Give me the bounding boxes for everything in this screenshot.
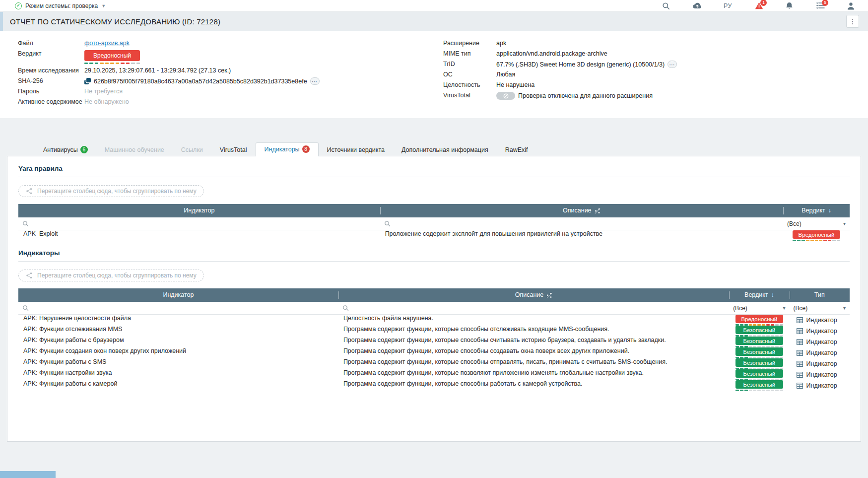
tab-label: Ссылки (181, 146, 203, 153)
file-info-row: ВердиктВредоносный (18, 49, 443, 66)
verdict-badge[interactable]: Вредоносный (84, 50, 140, 61)
yara-group-by-dropzone[interactable]: Перетащите столбец сюда, чтобы сгруппиро… (18, 185, 204, 197)
filter-select-тип[interactable]: (Все)▾ (790, 302, 850, 314)
filter-select-вердикт[interactable]: (Все)▾ (783, 217, 850, 230)
tasks-list-icon[interactable]: 5 (816, 2, 824, 10)
column-header-индикатор[interactable]: Индикатор (18, 288, 338, 302)
row-verdict-badge[interactable]: Безопасный (735, 326, 783, 334)
table-row[interactable]: APK: Функции работы с камеройПрограмма с… (18, 380, 850, 391)
file-info-row: ОСЛюбая (443, 70, 677, 80)
tab-дополнительная-информация[interactable]: Дополнительная информация (393, 143, 497, 156)
tab-count-badge: 8 (302, 145, 310, 153)
row-verdict-badge[interactable]: Безопасный (735, 369, 783, 378)
column-header-label: Вердикт (801, 204, 825, 217)
file-link[interactable]: фото-архив.apk (84, 39, 130, 47)
indicator-type-icon (797, 328, 803, 334)
row-verdict-badge[interactable]: Безопасный (735, 358, 783, 367)
indicator-cell: APK_Exploit (18, 230, 380, 241)
indicator-cell: APK: Функции настройки звука (18, 369, 338, 380)
notifications-bell-icon[interactable] (786, 2, 794, 10)
filter-search-описание[interactable] (380, 217, 783, 230)
system-mode-label: Режим системы: проверка (25, 2, 98, 9)
row-verdict-badge[interactable]: Безопасный (735, 380, 783, 389)
user-profile-icon[interactable] (847, 2, 855, 10)
tab-label: RawExif (505, 146, 528, 153)
tab-индикаторы[interactable]: Индикаторы8 (256, 142, 319, 156)
table-row[interactable]: APK: Функции отслеживания MMSПрограмма с… (18, 326, 850, 337)
page-title: ОТЧЕТ ПО СТАТИЧЕСКОМУ ИССЛЕДОВАНИЮ (ID: … (0, 17, 220, 26)
column-header-label: Вердикт (744, 288, 768, 302)
info-value: Не требуется (84, 87, 123, 95)
column-header-label: Индикатор (184, 204, 214, 217)
alerts-badge: 1 (760, 0, 767, 6)
sort-desc-icon: ↓ (771, 288, 774, 302)
right-info-label: ОС (443, 70, 496, 78)
search-icon (384, 220, 391, 227)
file-info-row: ПарольНе требуется (18, 87, 443, 97)
column-header-индикатор[interactable]: Индикатор (18, 204, 380, 217)
info-value-text: apk (496, 40, 506, 47)
alerts-icon[interactable]: 1 (755, 2, 763, 10)
description-cell: Программа содержит функции, которые спос… (338, 337, 729, 347)
column-header-label: Тип (814, 288, 825, 302)
tab-label: Дополнительная информация (401, 146, 488, 153)
upload-cloud-icon[interactable] (693, 2, 701, 10)
tab-label: VirusTotal (220, 146, 247, 153)
column-header-вердикт[interactable]: Вердикт↓ (783, 204, 850, 217)
copy-icon[interactable] (84, 78, 91, 84)
tab-антивирусы[interactable]: Антивирусы6 (35, 143, 96, 156)
row-verdict-badge[interactable]: Безопасный (735, 337, 783, 345)
search-icon[interactable] (662, 2, 670, 10)
trid-more-button[interactable]: ⋯ (668, 61, 677, 68)
tab-источники-вердикта[interactable]: Источники вердикта (319, 143, 393, 156)
info-value: Не нарушена (496, 80, 534, 88)
filter-search-описание[interactable] (338, 302, 729, 314)
column-header-описание[interactable]: Описание (338, 288, 729, 302)
type-label: Индикатор (806, 360, 837, 367)
row-verdict-badge[interactable]: Безопасный (735, 347, 783, 356)
search-icon (342, 305, 349, 311)
tab-label: Антивирусы (43, 146, 78, 153)
column-header-описание[interactable]: Описание (380, 204, 783, 217)
table-row[interactable]: APK: Функции создания окон поверх других… (18, 347, 850, 358)
info-value-text: 67.7% (.SH3D) Sweet Home 3D design (gene… (496, 61, 665, 68)
column-header-вердикт[interactable]: Вердикт↓ (729, 288, 789, 302)
table-row[interactable]: APK_ExploitПроложение содержит эксплойт … (18, 230, 850, 241)
table-row[interactable]: APK: Функции работы с браузеромПрограмма… (18, 337, 850, 347)
indicators-group-by-dropzone[interactable]: Перетащите столбец сюда, чтобы сгруппиро… (18, 270, 204, 281)
description-cell: Программа содержит функции, которые спос… (338, 326, 729, 337)
description-cell: Программа содержит функции, которые спос… (338, 380, 729, 391)
filter-search-индикатор[interactable] (18, 217, 380, 230)
language-switcher[interactable]: РУ (724, 2, 732, 9)
indicator-cell: APK: Функции работы с браузером (18, 337, 338, 347)
report-menu-button[interactable]: ⋮ (846, 15, 859, 28)
tab-virustotal[interactable]: VirusTotal (211, 143, 256, 156)
info-value: apk (496, 39, 506, 47)
table-row[interactable]: APK: Функции настройки звукаПрограмма со… (18, 369, 850, 380)
file-info-row: TrID67.7% (.SH3D) Sweet Home 3D design (… (443, 60, 677, 70)
top-bar: ✓ Режим системы: проверка ▼ РУ 1 5 (0, 0, 868, 12)
filter-select-вердикт[interactable]: (Все)▾ (729, 302, 789, 314)
hash-more-button[interactable]: ⋯ (310, 77, 320, 85)
table-row[interactable]: APK: Функции работы с SMSПрограмма содер… (18, 358, 850, 369)
table-row[interactable]: APK: Нарушение целостности файлаЦелостно… (18, 315, 850, 326)
column-header-тип[interactable]: Тип (790, 288, 850, 302)
severity-scale (793, 240, 840, 241)
info-value-text: Не нарушена (496, 81, 534, 88)
row-verdict-badge[interactable]: Вредоносный (793, 230, 840, 239)
yara-table: ИндикаторОписаниеВердикт↓(Все)▾APK_Explo… (18, 204, 850, 241)
system-mode-selector[interactable]: ✓ Режим системы: проверка ▼ (15, 2, 106, 9)
group-by-icon (26, 188, 33, 195)
type-cell: Индикатор (790, 337, 850, 347)
tab-rawexif[interactable]: RawExif (497, 143, 536, 156)
filter-search-индикатор[interactable] (18, 302, 338, 314)
row-verdict-badge[interactable]: Вредоносный (735, 315, 783, 323)
right-info-label: VirusTotal (443, 91, 496, 99)
file-info-row: VirusTotalПроверка отключена для данного… (443, 91, 677, 101)
report-tabs: Антивирусы6Машинное обучениеСсылкиVirusT… (35, 142, 536, 156)
table-header-row: ИндикаторОписаниеВердикт↓ (18, 204, 850, 217)
info-value-text: 29.10.2025, 13:29:07.661 - 13:29:34.792 … (84, 67, 231, 74)
type-label: Индикатор (806, 339, 837, 345)
tasks-badge: 5 (822, 0, 828, 6)
footer-accent-strip (0, 471, 56, 478)
